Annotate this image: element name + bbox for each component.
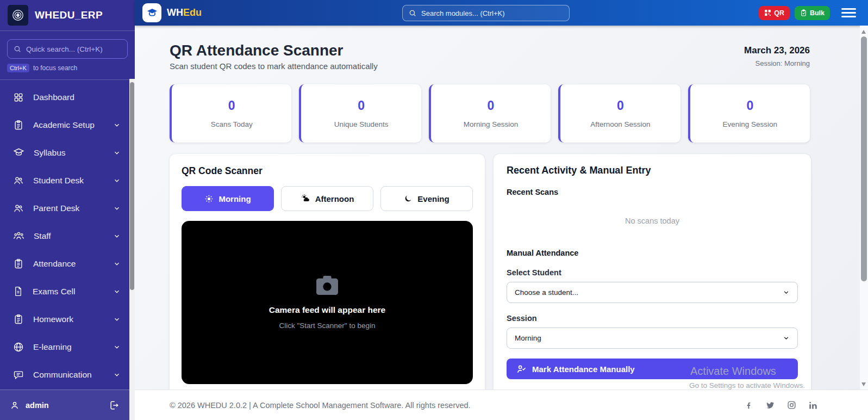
graduation-cap-icon — [13, 147, 24, 158]
whedu-logo[interactable] — [142, 3, 161, 22]
logout-icon — [109, 400, 120, 411]
page-title: QR Attendance Scanner — [170, 42, 343, 59]
activity-card: Recent Activity & Manual Entry Recent Sc… — [494, 154, 811, 410]
qr-scanner-card: QR Code Scanner Morning Afternoon Evenin… — [170, 154, 485, 410]
session-button-morning[interactable]: Morning — [182, 186, 274, 211]
sidebar-item-syllabus[interactable]: Syllabus — [0, 139, 129, 166]
sidebar-item-parent-desk[interactable]: Parent Desk — [0, 194, 129, 222]
user-icon — [10, 400, 20, 410]
twitter-icon[interactable] — [765, 400, 775, 410]
manual-attendance-heading: Manual Attendance — [507, 249, 798, 257]
school-crest-logo — [8, 5, 28, 26]
page-scrollbar-thumb[interactable] — [861, 36, 867, 281]
chevron-down-icon — [113, 288, 121, 295]
mark-attendance-button[interactable]: Mark Attendance Manually — [507, 359, 798, 379]
session-select-label: Session — [507, 314, 798, 323]
sidebar-item-communication[interactable]: Communication — [0, 361, 129, 388]
users-icon — [13, 203, 24, 214]
sidebar-scrollbar-thumb[interactable] — [130, 82, 134, 290]
top-navbar: WHEdu Search modules... (Ctrl+K) QR Bulk — [135, 0, 868, 26]
session-button-evening[interactable]: Evening — [380, 186, 473, 211]
sidebar-item-elearning[interactable]: E-learning — [0, 333, 129, 361]
chevron-down-icon — [113, 371, 121, 379]
copyright-text: © 2026 WHEDU 2.0.2 | A Complete School M… — [170, 401, 471, 410]
activity-card-title: Recent Activity & Manual Entry — [507, 165, 798, 176]
chevron-down-icon — [113, 343, 121, 351]
shortcut-hint: Ctrl+K to focus search — [0, 59, 135, 80]
current-date: March 23, 2026 — [744, 45, 810, 56]
clipboard-icon — [13, 258, 24, 269]
sidebar-scrollbar[interactable] — [129, 79, 135, 420]
sidebar-item-dashboard[interactable]: Dashboard — [0, 83, 129, 111]
scanner-card-title: QR Code Scanner — [182, 165, 473, 177]
search-icon — [409, 9, 416, 17]
camera-feed-panel: Camera feed will appear here Click "Star… — [182, 221, 473, 384]
sidebar-user-bar: admin — [0, 390, 129, 420]
username: admin — [26, 401, 49, 410]
no-scans-message: No scans today — [507, 217, 798, 225]
stat-card-unique-students: 0 Unique Students — [299, 84, 421, 143]
session-select[interactable]: Morning — [507, 328, 798, 349]
modules-search-input[interactable]: Search modules... (Ctrl+K) — [402, 5, 570, 21]
users-icon — [13, 175, 24, 186]
current-session: Session: Morning — [744, 59, 810, 67]
users-group-icon — [13, 230, 24, 242]
sun-icon — [204, 194, 214, 203]
chevron-down-icon — [113, 177, 121, 184]
quick-search-input[interactable]: Quick search... (Ctrl+K) — [7, 39, 128, 59]
session-buttons: Morning Afternoon Evening — [182, 186, 473, 211]
camera-placeholder-title: Camera feed will appear here — [269, 305, 386, 315]
graduation-cap-icon — [146, 7, 159, 20]
date-block: March 23, 2026 Session: Morning — [744, 45, 810, 67]
bulk-button[interactable]: Bulk — [795, 6, 830, 20]
stat-card-morning-session: 0 Morning Session — [429, 84, 551, 143]
main-content: QR Attendance Scanner Scan student QR co… — [135, 26, 868, 390]
stats-row: 0 Scans Today 0 Unique Students 0 Mornin… — [170, 84, 810, 143]
sidebar-menu: Dashboard Academic Setup Syllabus Studen… — [0, 79, 129, 390]
chevron-down-icon — [113, 205, 121, 212]
linkedin-icon[interactable] — [808, 400, 818, 410]
clipboard-icon — [13, 120, 24, 131]
logout-button[interactable] — [109, 400, 120, 411]
user-check-icon — [516, 364, 527, 374]
recent-scans-heading: Recent Scans — [507, 188, 798, 196]
chat-icon — [13, 369, 24, 380]
scroll-down-arrow[interactable] — [861, 382, 866, 386]
qr-attendance-page: WHEDU_ERP Quick search... (Ctrl+K) Ctrl+… — [0, 0, 868, 420]
qr-code-icon — [764, 9, 771, 16]
menu-toggle-button[interactable] — [841, 8, 856, 17]
sidebar-brand: WHEDU_ERP — [35, 9, 103, 21]
search-icon — [14, 45, 21, 53]
grid-icon — [13, 92, 24, 103]
modules-search-placeholder: Search modules... (Ctrl+K) — [421, 9, 505, 17]
student-select[interactable]: Choose a student... — [507, 282, 798, 303]
sidebar-item-academic-setup[interactable]: Academic Setup — [0, 111, 129, 139]
qr-button[interactable]: QR — [759, 6, 790, 20]
sidebar-item-staff[interactable]: Staff — [0, 222, 129, 250]
chevron-down-icon — [113, 316, 121, 323]
chevron-down-icon — [113, 232, 121, 240]
sidebar-header: WHEDU_ERP — [0, 0, 135, 31]
chevron-down-icon — [783, 289, 790, 296]
chevron-down-icon — [113, 121, 121, 129]
select-student-label: Select Student — [507, 268, 798, 277]
page-subtitle: Scan student QR codes to mark attendance… — [170, 61, 378, 71]
camera-placeholder-hint: Click "Start Scanner" to begin — [279, 322, 376, 330]
session-button-afternoon[interactable]: Afternoon — [281, 186, 373, 211]
sidebar-item-exams-cell[interactable]: Exams Cell — [0, 277, 129, 305]
quick-search-placeholder: Quick search... (Ctrl+K) — [26, 45, 103, 53]
page-scrollbar[interactable] — [860, 26, 868, 390]
navbar-brand: WHEdu — [167, 7, 202, 18]
sidebar: WHEDU_ERP Quick search... (Ctrl+K) Ctrl+… — [0, 0, 135, 420]
sidebar-item-homework[interactable]: Homework — [0, 305, 129, 333]
scroll-up-arrow[interactable] — [861, 30, 866, 34]
chevron-down-icon — [113, 260, 121, 268]
cloud-sun-icon — [301, 194, 310, 203]
sidebar-item-attendance[interactable]: Attendance — [0, 250, 129, 277]
sidebar-item-student-desk[interactable]: Student Desk — [0, 166, 129, 194]
facebook-icon[interactable] — [744, 400, 753, 410]
crest-icon — [11, 8, 25, 22]
stat-card-scans-today: 0 Scans Today — [170, 84, 291, 143]
social-links — [744, 400, 818, 410]
instagram-icon[interactable] — [787, 400, 796, 410]
